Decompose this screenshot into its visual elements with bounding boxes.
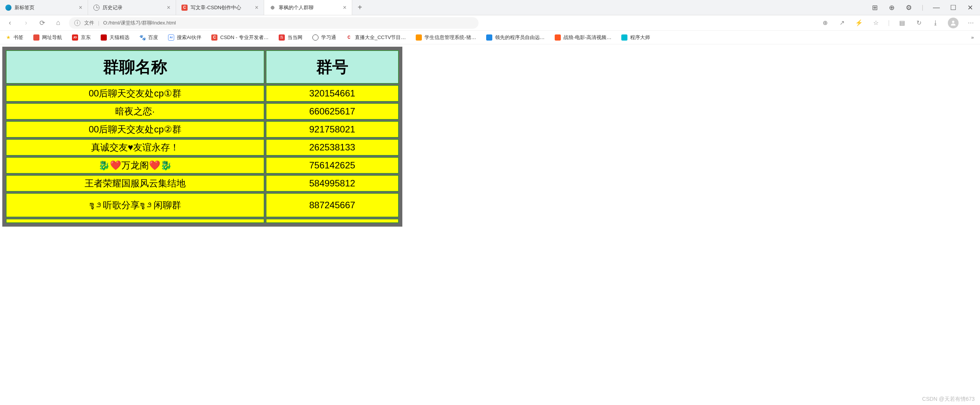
cell-name: ೄ೨听歌分享ೄ೨闲聊群 — [6, 193, 265, 217]
dangdang-icon: 当 — [279, 34, 285, 41]
close-icon[interactable]: × — [167, 4, 170, 11]
bookmark-label: 搜索AI伙伴 — [177, 34, 201, 41]
bookmark-student[interactable]: 学生信息管理系统-猪… — [416, 34, 476, 41]
bookmark-label: 京东 — [81, 34, 91, 41]
table-row: 00后聊天交友处cp②群921758021 — [6, 121, 399, 138]
puzzle-icon[interactable]: ⚙ — [905, 4, 913, 11]
tab-title: 写文章-CSDN创作中心 — [191, 4, 252, 11]
student-icon — [416, 34, 422, 41]
back-button[interactable]: ‹ — [5, 18, 15, 28]
cell-number: 660625617 — [266, 103, 399, 120]
table-row-empty — [6, 219, 399, 223]
minimize-button[interactable]: — — [933, 4, 940, 11]
new-tab-button[interactable]: + — [352, 0, 368, 15]
table-body: 00后聊天交友处cp①群320154661 暗夜之恋·660625617 00后… — [6, 85, 399, 223]
titlebar-right: ⊞ ⊕ ⚙ | — ☐ ✕ — [862, 0, 980, 15]
menu-icon[interactable]: ⋯ — [966, 18, 975, 28]
address-bar: ‹ › ⟳ ⌂ i 文件 | O:/html/课堂练习/群聊/index.htm… — [0, 15, 980, 31]
close-icon[interactable]: × — [79, 4, 82, 11]
bookmark-baidu[interactable]: 🐾百度 — [139, 34, 158, 41]
tab-newtab[interactable]: 新标签页 × — [0, 0, 88, 15]
file-label: 文件 — [84, 20, 94, 26]
avatar[interactable] — [948, 18, 959, 28]
cell-number: 756142625 — [266, 157, 399, 174]
tab-history[interactable]: 历史记录 × — [88, 0, 176, 15]
cell-empty — [6, 219, 265, 223]
cell-number: 887245667 — [266, 193, 399, 217]
baidu-icon: 🐾 — [139, 34, 145, 41]
cell-name: 00后聊天交友处cp①群 — [6, 85, 265, 102]
prog-icon — [486, 34, 492, 41]
bookmark-programmer[interactable]: 领先的程序员自由远… — [486, 34, 545, 41]
bookmark-jd[interactable]: JD京东 — [72, 34, 91, 41]
bookmark-label: 百度 — [148, 34, 158, 41]
bookmark-dangdang[interactable]: 当当当网 — [279, 34, 302, 41]
tab-strip: 新标签页 × 历史记录 × C 写文章-CSDN创作中心 × 寒枫的个人群聊 ×… — [0, 0, 980, 15]
bookmark-csdn[interactable]: CCSDN - 专业开发者… — [211, 34, 268, 41]
bookmark-movie[interactable]: 战狼-电影-高清视频… — [555, 34, 612, 41]
cell-empty — [266, 219, 399, 223]
bookmarks-bar: ★书签 网址导航 JD京东 天猫精选 🐾百度 AI搜索AI伙伴 CCSDN - … — [0, 31, 980, 44]
ai-icon: AI — [168, 34, 174, 41]
watermark: CSDN @天若有情673 — [922, 396, 975, 403]
extensions-icon[interactable]: ⊕ — [888, 4, 896, 11]
divider: | — [922, 4, 923, 11]
cell-number: 262538133 — [266, 139, 399, 156]
csdn-icon: C — [181, 5, 188, 11]
bookmark-ai[interactable]: AI搜索AI伙伴 — [168, 34, 201, 41]
table-row: 00后聊天交友处cp①群320154661 — [6, 85, 399, 102]
page-icon — [270, 5, 276, 11]
bookmarks-overflow[interactable]: » — [971, 34, 974, 40]
cell-number: 320154661 — [266, 85, 399, 102]
table-row: ೄ೨听歌分享ೄ೨闲聊群887245667 — [6, 193, 399, 217]
tab-active[interactable]: 寒枫的个人群聊 × — [264, 0, 352, 15]
bookmark-label: 程序大师 — [630, 34, 650, 41]
share-icon[interactable]: ↗ — [838, 18, 847, 28]
close-window-button[interactable]: ✕ — [966, 4, 974, 11]
maximize-button[interactable]: ☐ — [949, 4, 957, 11]
bookmark-cctv[interactable]: C直播大全_CCTV节目… — [346, 34, 406, 41]
cctv-icon: C — [346, 34, 352, 41]
bookmark-label: 领先的程序员自由远… — [495, 34, 545, 41]
bookmark-label: 学生信息管理系统-猪… — [425, 34, 476, 41]
home-button[interactable]: ⌂ — [53, 18, 64, 28]
divider: | — [888, 20, 890, 26]
cell-number: 584995812 — [266, 175, 399, 192]
master-icon — [621, 34, 627, 41]
bookmark-label: 天猫精选 — [109, 34, 129, 41]
bookmark-label: 书签 — [13, 34, 23, 41]
cell-name: 暗夜之恋· — [6, 103, 265, 120]
url-input[interactable]: i 文件 | O:/html/课堂练习/群聊/index.html — [69, 17, 479, 29]
movie-icon — [555, 34, 561, 41]
zoom-icon[interactable]: ⊕ — [821, 18, 830, 28]
bookmark-star[interactable]: ★书签 — [6, 34, 23, 41]
info-icon[interactable]: i — [74, 20, 80, 26]
star-icon[interactable]: ☆ — [871, 18, 880, 28]
close-icon[interactable]: × — [343, 4, 346, 11]
forward-button[interactable]: › — [21, 18, 31, 28]
cell-name: 王者荣耀国服风云集结地 — [6, 175, 265, 192]
bookmark-label: 学习通 — [321, 34, 336, 41]
cell-name: 真诚交友♥友谊永存！ — [6, 139, 265, 156]
panel-icon[interactable]: ⊞ — [871, 4, 879, 11]
bookmark-nav[interactable]: 网址导航 — [33, 34, 62, 41]
table-header-row: 群聊名称 群号 — [6, 50, 399, 84]
table-row: 暗夜之恋·660625617 — [6, 103, 399, 120]
tab-title: 寒枫的个人群聊 — [279, 4, 340, 11]
flash-icon[interactable]: ⚡ — [854, 18, 864, 28]
bookmark-tmall[interactable]: 天猫精选 — [101, 34, 129, 41]
bookmark-xuexitong[interactable]: 学习通 — [312, 34, 336, 41]
reader-icon[interactable]: ▤ — [897, 18, 906, 28]
refresh-icon[interactable]: ↻ — [914, 18, 923, 28]
star-icon: ★ — [6, 34, 11, 40]
bookmark-label: 网址导航 — [42, 34, 62, 41]
bookmark-master[interactable]: 程序大师 — [621, 34, 650, 41]
close-icon[interactable]: × — [255, 4, 258, 11]
reload-button[interactable]: ⟳ — [37, 18, 47, 28]
table-row: 🐉❤️万龙阁❤️🐉756142625 — [6, 157, 399, 174]
header-name: 群聊名称 — [6, 50, 265, 84]
bookmark-label: 当当网 — [287, 34, 302, 41]
url-separator: | — [98, 20, 99, 26]
tab-csdn[interactable]: C 写文章-CSDN创作中心 × — [176, 0, 264, 15]
download-icon[interactable]: ⭳ — [931, 18, 940, 28]
